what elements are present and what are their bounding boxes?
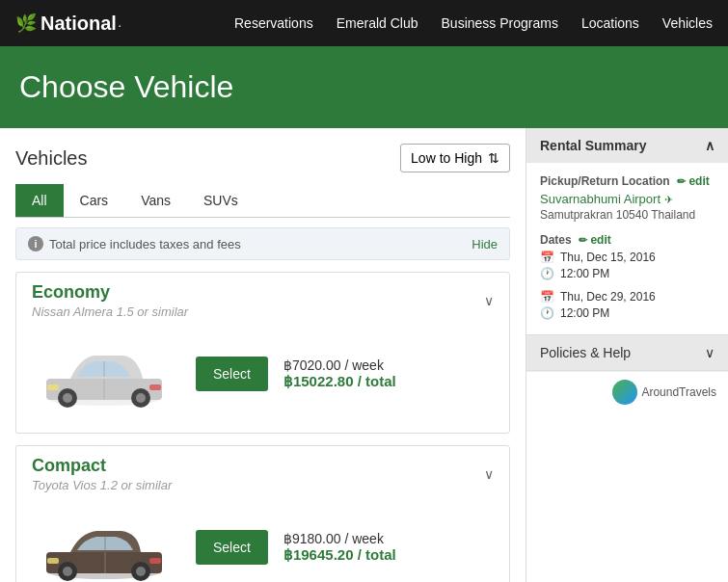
select-compact-button[interactable]: Select	[196, 530, 268, 565]
pencil-icon: ✏	[677, 175, 686, 187]
vehicle-economy-model: Nissan Almera 1.5 or similar	[32, 304, 188, 319]
vehicles-heading: Vehicles	[15, 147, 88, 170]
nav-locations[interactable]: Locations	[581, 15, 639, 31]
svg-point-14	[63, 567, 72, 576]
nav-vehicles[interactable]: Vehicles	[662, 15, 713, 31]
tab-cars[interactable]: Cars	[64, 184, 125, 217]
time1: 12:00 PM	[560, 267, 609, 280]
vehicle-economy-price-info: ฿7020.00 / week ฿15022.80 / total	[283, 357, 396, 390]
chevron-down-icon-2[interactable]: ∨	[484, 466, 494, 482]
vehicle-compact-pricing: Select ฿9180.00 / week ฿19645.20 / total	[196, 530, 396, 565]
chevron-up-icon: ∧	[705, 138, 715, 153]
brand-dot: .	[119, 17, 121, 29]
vehicle-card-economy: Economy Nissan Almera 1.5 or similar ∨	[15, 272, 510, 434]
pickup-edit-link[interactable]: ✏ edit	[677, 174, 710, 188]
vehicle-economy-price-total: ฿15022.80 / total	[283, 373, 396, 390]
vehicles-panel: Vehicles Low to High ⇅ All Cars Vans SUV…	[0, 128, 526, 582]
rental-summary-section: Rental Summary ∧ Pickup/Return Location …	[526, 128, 728, 335]
vehicle-compact-body: Select ฿9180.00 / week ฿19645.20 / total	[16, 492, 509, 582]
vehicle-economy-category: Economy	[32, 282, 188, 303]
brand-name: National	[40, 13, 117, 35]
tab-all[interactable]: All	[15, 184, 64, 217]
pickup-return-label: Pickup/Return Location ✏ edit	[540, 174, 715, 188]
svg-rect-8	[149, 384, 161, 390]
globe-icon	[612, 380, 637, 405]
date-row-2: 📅 Thu, Dec 29, 2016	[540, 290, 715, 304]
dates-edit-link[interactable]: ✏ edit	[579, 233, 611, 247]
vehicle-economy-info: Economy Nissan Almera 1.5 or similar	[32, 282, 188, 319]
date-row-1: 📅 Thu, Dec 15, 2016	[540, 251, 715, 264]
vehicle-card-economy-header: Economy Nissan Almera 1.5 or similar ∨	[16, 273, 509, 319]
info-bar: i Total price includes taxes and fees Hi…	[15, 227, 510, 260]
tab-vans[interactable]: Vans	[124, 184, 187, 217]
vehicle-compact-price-week: ฿9180.00 / week	[283, 531, 396, 546]
nav-reservations[interactable]: Reservations	[234, 15, 313, 31]
info-left: i Total price includes taxes and fees	[28, 236, 241, 251]
time-row-1: 🕐 12:00 PM	[540, 267, 715, 280]
clock-icon-1: 🕐	[540, 267, 554, 280]
date2: Thu, Dec 29, 2016	[560, 290, 656, 304]
location-name: Suvarnabhumi Airport ✈	[540, 192, 715, 206]
hide-button[interactable]: Hide	[472, 237, 498, 251]
policies-header[interactable]: Policies & Help ∨	[526, 335, 728, 370]
dates-label: Dates ✏ edit	[540, 233, 715, 247]
info-icon: i	[28, 236, 43, 251]
chevron-down-icon-sidebar: ∨	[705, 345, 715, 360]
vehicle-compact-category: Compact	[32, 456, 172, 476]
rental-summary-header[interactable]: Rental Summary ∧	[526, 128, 728, 163]
page-title: Choose Vehicle	[19, 69, 709, 105]
watermark-text: AroundTravels	[641, 385, 716, 399]
svg-rect-18	[149, 558, 161, 564]
rental-summary-content: Pickup/Return Location ✏ edit Suvarnabhu…	[526, 163, 728, 334]
sort-label: Low to High	[411, 150, 482, 166]
vehicle-economy-suffix: or similar	[137, 304, 188, 319]
pencil-icon-2: ✏	[579, 234, 587, 246]
navbar: 🌿 National . Reservations Emerald Club B…	[0, 0, 728, 46]
location-sub: Samutprakran 10540 Thailand	[540, 208, 715, 222]
vehicle-compact-model: Toyota Vios 1.2 or similar	[32, 478, 172, 492]
tab-suvs[interactable]: SUVs	[187, 184, 255, 217]
main-content: Vehicles Low to High ⇅ All Cars Vans SUV…	[0, 128, 728, 582]
vehicle-economy-body: Select ฿7020.00 / week ฿15022.80 / total	[16, 319, 509, 433]
vehicle-card-compact-header: Compact Toyota Vios 1.2 or similar ∨	[16, 446, 509, 492]
policies-label: Policies & Help	[540, 345, 631, 360]
clock-icon-2: 🕐	[540, 306, 554, 320]
select-economy-button[interactable]: Select	[196, 357, 268, 391]
vehicles-header: Vehicles Low to High ⇅	[15, 144, 510, 172]
vehicle-tabs: All Cars Vans SUVs	[15, 184, 510, 218]
nav-links: Reservations Emerald Club Business Progr…	[234, 15, 713, 31]
info-message: Total price includes taxes and fees	[49, 237, 241, 251]
vehicle-compact-info: Compact Toyota Vios 1.2 or similar	[32, 456, 172, 492]
time-row-2: 🕐 12:00 PM	[540, 306, 715, 320]
vehicle-compact-price-info: ฿9180.00 / week ฿19645.20 / total	[283, 531, 396, 564]
date1: Thu, Dec 15, 2016	[560, 251, 656, 264]
time2: 12:00 PM	[560, 306, 609, 320]
rental-sidebar: Rental Summary ∧ Pickup/Return Location …	[526, 128, 728, 582]
vehicle-compact-image	[32, 504, 176, 582]
sort-dropdown[interactable]: Low to High ⇅	[400, 144, 510, 172]
svg-rect-17	[47, 558, 59, 564]
hero-banner: Choose Vehicle	[0, 46, 728, 128]
nav-business-programs[interactable]: Business Programs	[442, 15, 558, 31]
vehicle-economy-pricing: Select ฿7020.00 / week ฿15022.80 / total	[196, 357, 396, 391]
chevron-down-icon[interactable]: ∨	[484, 293, 494, 308]
policies-section: Policies & Help ∨	[526, 335, 728, 371]
svg-rect-7	[47, 384, 59, 390]
svg-point-4	[63, 393, 72, 403]
watermark-area: AroundTravels	[526, 371, 728, 412]
rental-summary-label: Rental Summary	[540, 138, 646, 153]
leaf-icon: 🌿	[15, 13, 37, 34]
vehicle-card-compact: Compact Toyota Vios 1.2 or similar ∨	[15, 445, 510, 582]
sort-arrow-icon: ⇅	[488, 150, 499, 166]
vehicle-economy-price-week: ฿7020.00 / week	[283, 357, 396, 373]
vehicle-economy-image	[32, 331, 176, 417]
vehicle-compact-price-total: ฿19645.20 / total	[283, 546, 396, 564]
vehicle-compact-suffix: or similar	[121, 478, 173, 492]
svg-point-16	[136, 567, 146, 576]
calendar-icon-1: 📅	[540, 251, 554, 264]
svg-point-6	[136, 393, 146, 403]
calendar-icon-2: 📅	[540, 290, 554, 304]
plane-icon: ✈	[664, 194, 673, 205]
nav-emerald-club[interactable]: Emerald Club	[337, 15, 418, 31]
brand-logo: 🌿 National .	[15, 13, 121, 35]
